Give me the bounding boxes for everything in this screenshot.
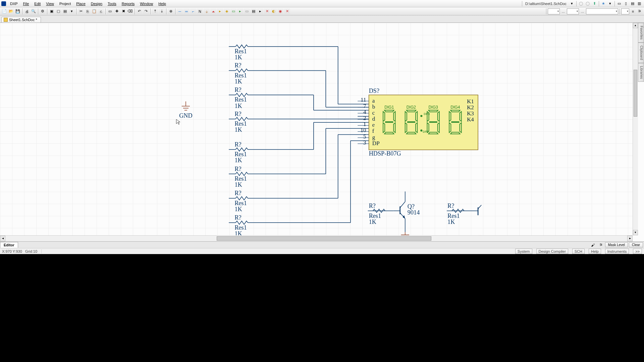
move-icon[interactable]: ✚ <box>114 8 120 14</box>
place-port-icon[interactable]: ▸ <box>217 8 223 14</box>
place-misc-icon[interactable]: ◐ <box>271 8 277 14</box>
panel-tab-clipboard[interactable]: Clipboard <box>638 43 644 63</box>
menu-view[interactable]: View <box>43 1 57 6</box>
place-part-icon[interactable]: ◈ <box>224 8 230 14</box>
mask-level-button[interactable]: Mask Level <box>605 242 628 247</box>
zoom-window-icon[interactable]: ▣ <box>49 8 55 14</box>
cut-icon[interactable]: ✂ <box>78 8 84 14</box>
menu-place[interactable]: Place <box>73 1 88 6</box>
layout-2-icon[interactable]: ▯ <box>623 1 629 6</box>
wire-route-6[interactable] <box>351 141 369 223</box>
place-vcc-icon[interactable]: ⏶ <box>210 8 216 14</box>
panel-system-button[interactable]: System <box>515 249 532 254</box>
wire-route-4[interactable] <box>326 128 369 174</box>
scroll-thumb-v[interactable] <box>634 70 637 117</box>
panel-tab-favorites[interactable]: Favorites <box>638 23 644 43</box>
place-gnd-icon[interactable]: ⏚ <box>204 8 210 14</box>
favorites-icon[interactable]: ★ <box>600 1 606 6</box>
menu-help[interactable]: Help <box>156 1 169 6</box>
wire-route-0[interactable] <box>338 47 369 104</box>
zoom-drop-icon[interactable]: ▾ <box>69 8 75 14</box>
menu-project[interactable]: Project <box>57 1 73 6</box>
resistor-3[interactable]: R?Res11K <box>229 111 369 133</box>
redo-icon[interactable]: ↷ <box>143 8 149 14</box>
select-icon[interactable]: ▭ <box>107 8 113 14</box>
scroll-thumb-h[interactable] <box>217 236 431 241</box>
nav-back-icon[interactable]: ◯ <box>578 1 584 6</box>
place-noerc-icon[interactable]: ✕ <box>264 8 270 14</box>
browse-1-button[interactable]: ... <box>560 9 566 13</box>
print-icon[interactable]: 🖨 <box>24 8 30 14</box>
resistor-5[interactable]: R?Res11K <box>229 166 326 188</box>
place-bus-icon[interactable]: ═ <box>183 8 190 14</box>
dropdown-icon[interactable]: ▾ <box>569 1 575 6</box>
tab-sheet1[interactable]: Sheet1.SchDoc * <box>1 17 41 22</box>
resistor-2[interactable]: R?Res11K <box>229 86 314 109</box>
nav-home-icon[interactable]: ⬆ <box>591 1 597 6</box>
wire-route-3[interactable] <box>314 122 369 149</box>
mask-tool-icon[interactable]: 🖌 <box>590 242 596 248</box>
transistor-q[interactable]: Q? 9014 <box>393 191 420 232</box>
panel-design-compiler-button[interactable]: Design Compiler <box>536 249 568 254</box>
cross-probe-icon[interactable]: ⊕ <box>168 8 174 14</box>
scroll-left-icon[interactable]: ◂ <box>0 236 5 241</box>
seven-segment-display[interactable]: DS? HDSP-B07G 11a7b4c2d1e10f5g3DP K1K2K3… <box>358 87 478 157</box>
open-icon[interactable]: 📂 <box>8 8 14 14</box>
list-icon[interactable]: ≡ <box>630 8 636 14</box>
menu-tools[interactable]: Tools <box>105 1 119 6</box>
menu-file[interactable]: File <box>20 1 32 6</box>
panel-more-button[interactable]: >> <box>633 249 642 254</box>
resistor-1[interactable]: R?Res11K <box>229 62 326 85</box>
hierarchy-up-icon[interactable]: ⇡ <box>152 8 158 14</box>
resistor-0[interactable]: Res11K <box>229 45 338 61</box>
horizontal-scrollbar[interactable]: ◂ ▸ <box>0 235 633 241</box>
close-icon[interactable]: ✕ <box>284 8 290 14</box>
menu-dxp[interactable]: DXP <box>7 1 20 6</box>
gnd-symbol-floating[interactable]: GND <box>179 101 192 119</box>
panel-help-button[interactable]: Help <box>589 249 601 254</box>
scroll-down-icon[interactable]: ▾ <box>633 230 638 235</box>
resistor-6[interactable]: R?Res11K <box>229 190 338 213</box>
menu-edit[interactable]: Edit <box>32 1 43 6</box>
scroll-up-icon[interactable]: ▴ <box>633 23 638 28</box>
new-icon[interactable]: 📄 <box>1 8 7 14</box>
combo-2[interactable]: ▾ <box>567 8 579 14</box>
menu-window[interactable]: Window <box>137 1 156 6</box>
menu-design[interactable]: Design <box>88 1 105 6</box>
clear-button[interactable]: Clear <box>629 242 643 247</box>
layout-3-icon[interactable]: ▤ <box>630 1 636 6</box>
place-sheetentry-icon[interactable]: ▸ <box>237 8 243 14</box>
preview-icon[interactable]: 🔍 <box>31 8 37 14</box>
compile-icon[interactable]: ⚙ <box>40 8 46 14</box>
clear-icon[interactable]: ⌫ <box>127 8 133 14</box>
resistor-7[interactable]: R?Res11K <box>229 214 351 237</box>
resistor-base-1[interactable]: R? Res1 1K <box>368 202 393 226</box>
place-netlabel-icon[interactable]: N <box>197 8 203 14</box>
panel-sch-button[interactable]: SCH <box>572 249 585 254</box>
layout-1-icon[interactable]: ▭ <box>616 1 622 6</box>
copy-icon[interactable]: ⎘ <box>85 8 91 14</box>
hierarchy-down-icon[interactable]: ⇣ <box>159 8 165 14</box>
place-device-icon[interactable]: ▭ <box>244 8 250 14</box>
dropdown-2-icon[interactable]: ▾ <box>607 1 613 6</box>
panel-instruments-button[interactable]: Instruments <box>605 249 629 254</box>
combo-3[interactable]: ▾ <box>586 8 618 14</box>
filter-icon[interactable]: ⚞ <box>637 8 643 14</box>
place-sheet-icon[interactable]: ▭ <box>230 8 236 14</box>
zoom-select-icon[interactable]: ▤ <box>62 8 68 14</box>
place-harness-entry-icon[interactable]: ▸ <box>257 8 263 14</box>
menu-reports[interactable]: Reports <box>119 1 138 6</box>
place-wire-icon[interactable]: ─ <box>177 8 183 14</box>
browse-2-button[interactable]: ... <box>580 9 585 13</box>
schematic-canvas[interactable]: GND Res11KR?Res11KR?Res11KR?Res11KR?Res1… <box>0 23 644 241</box>
zoom-fit-icon[interactable]: ▢ <box>55 8 61 14</box>
combo-4[interactable]: ▾ <box>621 8 629 14</box>
deselect-icon[interactable]: ✖ <box>120 8 126 14</box>
paste-icon[interactable]: 📋 <box>91 8 97 14</box>
rubber-stamp-icon[interactable]: ⎌ <box>98 8 104 14</box>
combo-1[interactable]: ▾ <box>548 8 560 14</box>
layout-4-icon[interactable]: ▥ <box>636 1 642 6</box>
place-stop-icon[interactable]: ◉ <box>277 8 283 14</box>
place-harness-icon[interactable]: ▤ <box>251 8 257 14</box>
resistor-4[interactable]: R?Res11K <box>229 141 314 164</box>
